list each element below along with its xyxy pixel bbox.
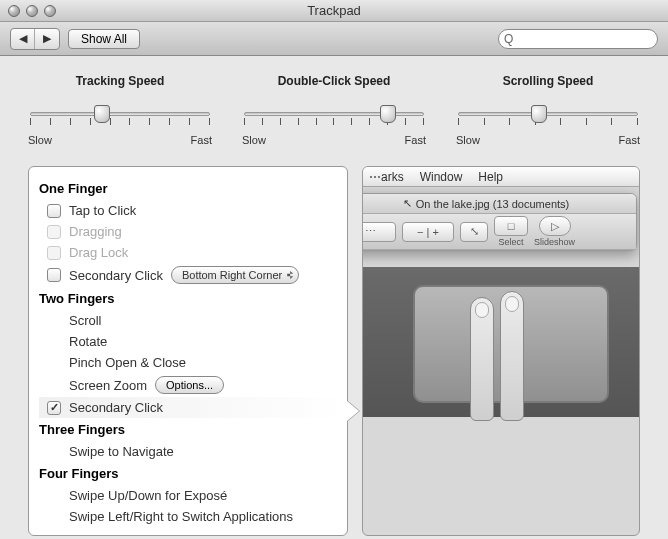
tap-to-click-label: Tap to Click: [69, 203, 136, 218]
dragging-label: Dragging: [69, 224, 122, 239]
two-zoom-row[interactable]: Screen Zoom Options...: [39, 373, 333, 397]
titlebar: Trackpad: [0, 0, 668, 22]
split: One Finger Tap to Click Dragging Drag Lo…: [28, 166, 640, 536]
preview-trackpad-area: [363, 267, 639, 417]
preview-window-title-text: On the lake.jpg (13 documents): [416, 198, 569, 210]
tap-to-click-row[interactable]: Tap to Click: [39, 200, 333, 221]
scroll-speed-slider[interactable]: [458, 102, 638, 132]
preview-tool-move: ⤡: [460, 222, 488, 242]
tracking-speed-thumb[interactable]: [94, 105, 110, 123]
scroll-speed-label: Scrolling Speed: [456, 74, 640, 88]
four-fingers-head: Four Fingers: [39, 466, 333, 481]
one-finger-head: One Finger: [39, 181, 333, 196]
two-rotate-row[interactable]: Rotate: [39, 331, 333, 352]
two-scroll-row[interactable]: Scroll: [39, 310, 333, 331]
preview-tool-select: □ Select: [494, 216, 528, 247]
one-secondary-label: Secondary Click: [69, 268, 163, 283]
doubleclick-speed-thumb[interactable]: [380, 105, 396, 123]
content: Tracking Speed Slow Fast Double-Click Sp…: [0, 56, 668, 539]
three-swipe-row[interactable]: Swipe to Navigate: [39, 441, 333, 462]
scroll-speed-block: Scrolling Speed Slow Fast: [456, 74, 640, 146]
three-fingers-head: Three Fingers: [39, 422, 333, 437]
four-apps-label: Swipe Left/Right to Switch Applications: [69, 509, 293, 524]
window-title: Trackpad: [0, 3, 668, 18]
forward-button[interactable]: ▶: [35, 29, 59, 49]
preview-tool-zoom: − | +: [402, 222, 454, 242]
toolbar: ◀ ▶ Show All Q: [0, 22, 668, 56]
scroll-fast-label: Fast: [619, 134, 640, 146]
tracking-fast-label: Fast: [191, 134, 212, 146]
doubleclick-slow-label: Slow: [242, 134, 266, 146]
close-icon[interactable]: [8, 5, 20, 17]
tracking-speed-slider[interactable]: [30, 102, 210, 132]
doubleclick-speed-label: Double-Click Speed: [242, 74, 426, 88]
dragging-checkbox: [47, 225, 61, 239]
preview-window: ↖ On the lake.jpg (13 documents) ⋯ − | +…: [362, 193, 637, 251]
two-secondary-checkbox[interactable]: [47, 401, 61, 415]
one-secondary-checkbox[interactable]: [47, 268, 61, 282]
tracking-speed-block: Tracking Speed Slow Fast: [28, 74, 212, 146]
preview-window-toolbar: ⋯ − | + ⤡ □ Select ▷ Slideshow: [362, 214, 636, 250]
two-secondary-label: Secondary Click: [69, 400, 163, 415]
tracking-slow-label: Slow: [28, 134, 52, 146]
secondary-corner-popup[interactable]: Bottom Right Corner: [171, 266, 299, 284]
sliders-row: Tracking Speed Slow Fast Double-Click Sp…: [28, 74, 640, 146]
four-expose-row[interactable]: Swipe Up/Down for Exposé: [39, 485, 333, 506]
one-secondary-row[interactable]: Secondary Click Bottom Right Corner: [39, 263, 333, 287]
preview-window-title: ↖ On the lake.jpg (13 documents): [362, 194, 636, 214]
four-expose-label: Swipe Up/Down for Exposé: [69, 488, 227, 503]
selection-arrow-icon: [347, 401, 359, 421]
secondary-corner-value: Bottom Right Corner: [182, 269, 282, 281]
show-all-button[interactable]: Show All: [68, 29, 140, 49]
two-rotate-label: Rotate: [69, 334, 107, 349]
scroll-speed-thumb[interactable]: [531, 105, 547, 123]
nav-segment: ◀ ▶: [10, 28, 60, 50]
search-input[interactable]: [498, 29, 658, 49]
tracking-speed-label: Tracking Speed: [28, 74, 212, 88]
gesture-preview: ⋯arks Window Help ↖ On the lake.jpg (13 …: [362, 166, 640, 536]
preview-tool-prevnext: ⋯: [362, 222, 396, 242]
two-pinch-label: Pinch Open & Close: [69, 355, 186, 370]
preview-menu-item: Window: [420, 170, 463, 184]
screen-zoom-options-button[interactable]: Options...: [155, 376, 224, 394]
three-swipe-label: Swipe to Navigate: [69, 444, 174, 459]
preview-menubar: ⋯arks Window Help: [363, 167, 639, 187]
preview-menu-item: Help: [478, 170, 503, 184]
drag-lock-checkbox: [47, 246, 61, 260]
preview-menu-item: ⋯arks: [369, 170, 404, 184]
drag-lock-label: Drag Lock: [69, 245, 128, 260]
minimize-icon[interactable]: [26, 5, 38, 17]
preview-tool-slideshow: ▷ Slideshow: [534, 216, 575, 247]
cursor-icon: ↖: [403, 197, 412, 210]
back-button[interactable]: ◀: [11, 29, 35, 49]
drag-lock-row: Drag Lock: [39, 242, 333, 263]
doubleclick-fast-label: Fast: [405, 134, 426, 146]
gesture-options-list: One Finger Tap to Click Dragging Drag Lo…: [28, 166, 348, 536]
doubleclick-speed-block: Double-Click Speed Slow Fast: [242, 74, 426, 146]
trackpad-surface-icon: [413, 285, 609, 403]
scroll-slow-label: Slow: [456, 134, 480, 146]
zoom-icon[interactable]: [44, 5, 56, 17]
window-controls: [0, 5, 56, 17]
doubleclick-speed-slider[interactable]: [244, 102, 424, 132]
two-fingers-head: Two Fingers: [39, 291, 333, 306]
tap-to-click-checkbox[interactable]: [47, 204, 61, 218]
two-pinch-row[interactable]: Pinch Open & Close: [39, 352, 333, 373]
search-wrap: Q: [498, 29, 658, 49]
two-zoom-label: Screen Zoom: [69, 378, 147, 393]
dragging-row: Dragging: [39, 221, 333, 242]
two-scroll-label: Scroll: [69, 313, 102, 328]
two-secondary-row[interactable]: Secondary Click: [39, 397, 347, 418]
four-apps-row[interactable]: Swipe Left/Right to Switch Applications: [39, 506, 333, 527]
